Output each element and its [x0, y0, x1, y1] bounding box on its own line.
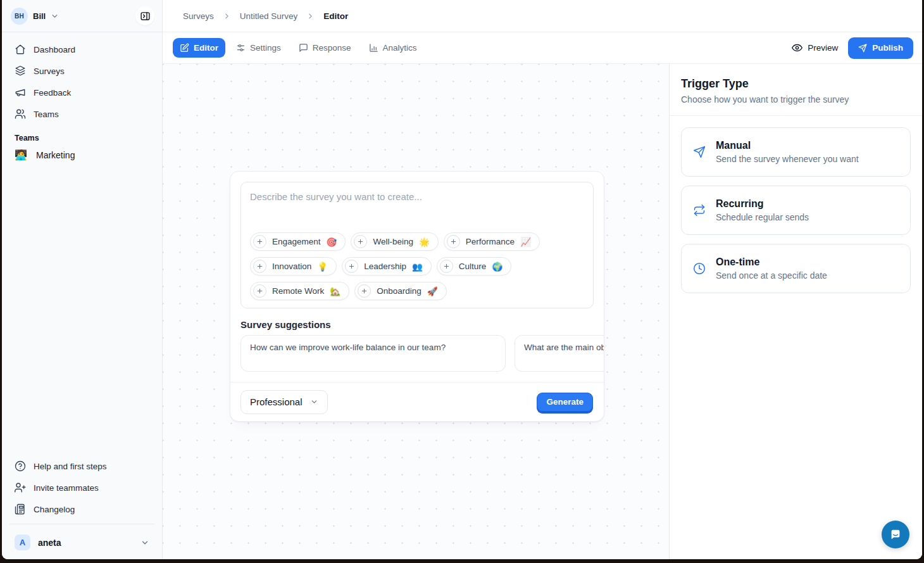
bar-chart-icon [369, 43, 378, 53]
user-plus-icon [15, 482, 26, 493]
sidebar-item-surveys[interactable]: Surveys [8, 61, 156, 80]
chat-launcher-button[interactable] [882, 521, 909, 548]
team-name: Marketing [36, 150, 75, 160]
chip-remote-work[interactable]: Remote Work 🏡 [250, 282, 349, 300]
sidebar-item-teams[interactable]: Teams [8, 104, 156, 123]
generate-button[interactable]: Generate [537, 393, 593, 412]
sidebar-item-team-marketing[interactable]: 🧑‍💻 Marketing [8, 145, 156, 165]
suggestion-card[interactable]: How can we improve work-life balance in … [240, 335, 506, 372]
sidebar-item-label: Invite teammates [34, 483, 99, 493]
content-area: Engagement 🎯 Well-being 🌟 Performance [163, 64, 922, 559]
sliders-icon [236, 43, 246, 53]
survey-description-input[interactable] [250, 191, 584, 232]
chip-engagement[interactable]: Engagement 🎯 [250, 232, 346, 251]
chip-label: Performance [466, 237, 515, 246]
breadcrumb-item-surveys[interactable]: Surveys [183, 11, 214, 21]
panel-title: Trigger Type [681, 77, 911, 91]
survey-composer-card: Engagement 🎯 Well-being 🌟 Performance [230, 171, 604, 422]
chat-bubble-icon [299, 43, 308, 53]
toolbar: Editor Settings Response Analytics [163, 32, 922, 64]
sidebar-item-invite[interactable]: Invite teammates [8, 478, 156, 497]
sidebar-footer: Help and first steps Invite teammates Ch… [2, 452, 162, 559]
newspaper-icon [15, 503, 26, 515]
tab-label: Analytics [383, 43, 417, 53]
tab-label: Editor [194, 43, 218, 53]
workspace-avatar[interactable]: BH [11, 8, 28, 25]
chip-well-being[interactable]: Well-being 🌟 [351, 232, 438, 251]
editor-canvas[interactable]: Engagement 🎯 Well-being 🌟 Performance [163, 64, 669, 559]
sidebar-item-help[interactable]: Help and first steps [8, 457, 156, 476]
sidebar-item-label: Surveys [34, 66, 65, 76]
app-window: BH Bill Dashboard [2, 0, 922, 559]
sidebar: BH Bill Dashboard [2, 0, 163, 559]
trigger-option-one-time[interactable]: One-time Send once at a specific date [681, 244, 911, 293]
sidebar-item-changelog[interactable]: Changelog [8, 500, 156, 519]
trigger-option-title: Recurring [716, 197, 809, 211]
panel-subtitle: Choose how you want to trigger the surve… [681, 94, 911, 104]
trigger-option-description: Schedule regular sends [716, 211, 809, 224]
chip-leadership[interactable]: Leadership 👥 [342, 257, 432, 275]
sidebar-toggle-button[interactable] [135, 6, 154, 25]
layers-icon [15, 65, 26, 77]
chip-label: Remote Work [272, 286, 324, 296]
suggestion-card[interactable]: What are the main ob [515, 335, 604, 372]
user-name: aneta [38, 538, 61, 548]
user-avatar: A [15, 535, 30, 550]
chip-culture[interactable]: Culture 🌍 [437, 257, 511, 275]
chip-emoji: 🎯 [327, 237, 337, 247]
breadcrumb-item-editor: Editor [323, 11, 348, 21]
suggestions-title: Survey suggestions [240, 319, 594, 330]
tab-analytics[interactable]: Analytics [362, 38, 424, 58]
chevron-right-icon [223, 12, 231, 20]
topic-chips: Engagement 🎯 Well-being 🌟 Performance [250, 232, 584, 300]
chip-emoji: 🌟 [419, 237, 430, 247]
chip-emoji: 👥 [412, 262, 423, 272]
trigger-panel-header: Trigger Type Choose how you want to trig… [670, 64, 922, 116]
chip-performance[interactable]: Performance 📈 [444, 232, 540, 251]
tab-label: Response [313, 43, 351, 53]
sidebar-item-feedback[interactable]: Feedback [8, 83, 156, 102]
chip-innovation[interactable]: Innovation 💡 [250, 257, 337, 275]
edit-icon [180, 43, 189, 53]
sidebar-item-label: Changelog [34, 505, 75, 514]
chip-emoji: 📈 [520, 237, 531, 247]
trigger-type-panel: Trigger Type Choose how you want to trig… [669, 64, 922, 559]
tone-select-value: Professional [250, 396, 303, 407]
chevron-down-icon [140, 538, 149, 547]
publish-label: Publish [872, 43, 903, 53]
send-icon [693, 146, 706, 158]
trigger-option-text: Manual Send the survey whenever you want [716, 139, 859, 165]
chip-label: Onboarding [377, 286, 421, 296]
trigger-option-description: Send once at a specific date [716, 269, 827, 282]
chip-label: Culture [459, 262, 487, 271]
tab-settings[interactable]: Settings [229, 38, 288, 58]
chevron-right-icon [306, 12, 315, 20]
tab-response[interactable]: Response [292, 38, 358, 58]
plus-icon [253, 284, 266, 298]
publish-button[interactable]: Publish [848, 37, 913, 59]
chip-emoji: 🏡 [330, 286, 340, 296]
sidebar-item-label: Dashboard [34, 45, 75, 54]
tab-label: Settings [250, 43, 281, 53]
preview-button[interactable]: Preview [785, 37, 844, 58]
chevron-down-icon [51, 12, 59, 20]
plus-icon [253, 235, 266, 248]
clock-icon [693, 262, 706, 275]
teams-section-label: Teams [8, 126, 156, 145]
sidebar-item-label: Help and first steps [34, 462, 107, 471]
tone-select[interactable]: Professional [240, 390, 328, 414]
trigger-option-manual[interactable]: Manual Send the survey whenever you want [681, 127, 911, 177]
breadcrumb-item-untitled-survey[interactable]: Untitled Survey [240, 11, 298, 21]
workspace-name[interactable]: Bill [33, 11, 46, 21]
user-menu[interactable]: A aneta [8, 529, 156, 559]
trigger-option-recurring[interactable]: Recurring Schedule regular sends [681, 186, 911, 235]
chip-emoji: 💡 [317, 262, 328, 272]
repeat-icon [693, 204, 706, 217]
eye-icon [792, 42, 802, 53]
trigger-options: Manual Send the survey whenever you want… [670, 116, 922, 305]
chip-onboarding[interactable]: Onboarding 🚀 [354, 282, 446, 300]
tab-editor[interactable]: Editor [173, 38, 225, 58]
chevron-down-icon [310, 398, 318, 406]
sidebar-item-dashboard[interactable]: Dashboard [8, 40, 156, 59]
plus-icon [354, 235, 367, 248]
